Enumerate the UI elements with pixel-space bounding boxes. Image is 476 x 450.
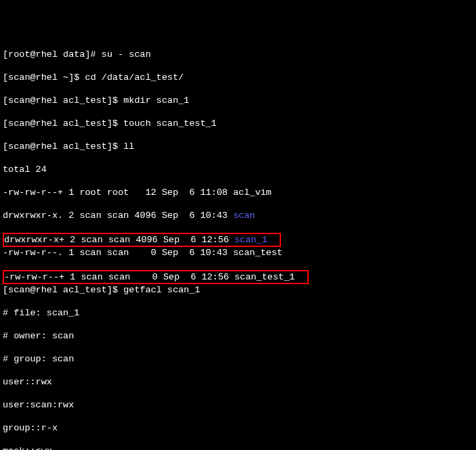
cmd-line: [scan@rhel acl_test]$ ll [3, 141, 473, 152]
ll-total: total 24 [3, 164, 473, 175]
highlight-box-ll-scantest1: -rw-rw-r--+ 1 scan scan 0 Sep 6 12:56 sc… [3, 270, 309, 284]
dir-link: scan_1 [234, 235, 267, 245]
facl-line: mask::rwx [3, 445, 473, 450]
facl-line: # file: scan_1 [3, 307, 473, 319]
facl-line: user:scan:rwx [3, 399, 473, 411]
cmd-line: [scan@rhel acl_test]$ touch scan_test_1 [3, 118, 473, 129]
ll-row: drwxrwxr-x. 2 scan scan 4096 Sep 6 10:43… [3, 210, 473, 221]
facl-line: user::rwx [3, 376, 473, 388]
facl-line: group::r-x [3, 422, 473, 434]
cmd-line: [scan@rhel ~]$ cd /data/acl_test/ [3, 72, 473, 83]
highlight-box-ll-scan1: drwxrwxr-x+ 2 scan scan 4096 Sep 6 12:56… [3, 233, 281, 247]
facl-line: # group: scan [3, 353, 473, 365]
dir-link: scan [233, 210, 255, 221]
ll-row: -rw-rw-r--+ 1 root root 12 Sep 6 11:08 a… [3, 187, 473, 198]
cmd-line: [scan@rhel acl_test]$ mkdir scan_1 [3, 95, 473, 106]
facl-line: # owner: scan [3, 330, 473, 342]
cmd-line: [scan@rhel acl_test]$ getfacl scan_1 [3, 284, 473, 296]
ll-row: -rw-rw-r--. 1 scan scan 0 Sep 6 10:43 sc… [3, 247, 473, 258]
cmd-line: [root@rhel data]# su - scan [3, 49, 473, 60]
